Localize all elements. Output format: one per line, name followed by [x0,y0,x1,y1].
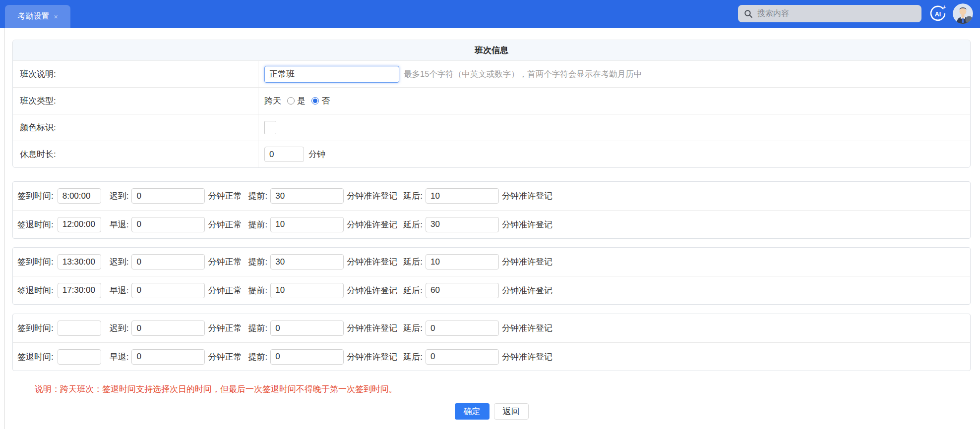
search-icon [744,9,753,18]
sign-out-time-input[interactable] [58,349,101,365]
after-allow-input[interactable] [426,188,499,204]
cross-day-no-label[interactable]: 否 [321,95,330,107]
after-allow-input[interactable] [426,349,499,365]
late-minutes-input[interactable] [131,188,205,204]
sign-out-row: 签退时间: 早退: 分钟正常 提前: 分钟准许登记 延后: 分钟准许登记 [13,342,970,371]
search-placeholder: 搜索内容 [757,8,789,19]
early-allow-input[interactable] [270,188,344,204]
minutes-normal-text: 分钟正常 [208,322,242,334]
minutes-allowed-text: 分钟准许登记 [502,351,552,363]
sign-out-time-label: 签退时间: [17,219,54,230]
shift-type-label: 班次类型: [13,88,258,114]
late-minutes-input[interactable] [131,321,205,336]
sign-in-time-input[interactable] [58,321,101,336]
sign-in-time-input[interactable] [58,188,101,204]
minutes-allowed-text: 分钟准许登记 [502,285,552,296]
rest-duration-unit: 分钟 [308,149,325,160]
sign-in-time-input[interactable] [58,254,101,269]
svg-text:+: + [943,4,946,10]
shift-description-hint: 最多15个字符（中英文或数字），首两个字符会显示在考勤月历中 [404,69,642,80]
early-allow-input[interactable] [270,254,344,269]
after-allow-input[interactable] [426,217,499,232]
color-mark-label: 颜色标识: [13,114,258,141]
sign-out-time-input[interactable] [58,217,101,232]
late-minutes-input[interactable] [131,254,205,269]
cross-day-no-radio[interactable] [311,97,319,105]
sign-out-time-input[interactable] [58,283,101,298]
early-allow-label: 提前: [248,190,267,202]
after-allow-label: 延后: [403,219,423,230]
sign-out-time-label: 签退时间: [17,285,54,296]
leave-early-minutes-input[interactable] [131,217,205,232]
cross-day-note: 说明：跨天班次：签退时间支持选择次日的时间，但最后一次签退时间不得晚于第一次签到… [35,383,971,395]
rest-duration-row: 休息时长: 分钟 [13,141,970,167]
minutes-allowed-text: 分钟准许登记 [347,190,397,202]
early-allow-label: 提前: [248,219,267,230]
sign-out-time-label: 签退时间: [17,351,54,363]
early-allow-input[interactable] [270,349,344,365]
rest-duration-label: 休息时长: [13,141,258,167]
rest-duration-input[interactable] [264,147,304,162]
leave-early-label: 早退: [110,351,129,363]
time-period-group-3: 签到时间: 迟到: 分钟正常 提前: 分钟准许登记 延后: 分钟准许登记 签退时… [12,314,971,371]
after-allow-label: 延后: [403,322,423,334]
early-allow-label: 提前: [248,256,267,268]
sign-out-row: 签退时间: 早退: 分钟正常 提前: 分钟准许登记 延后: 分钟准许登记 [13,276,970,304]
topbar-right-tools: 搜索内容 AI + [738,3,973,24]
minutes-allowed-text: 分钟准许登记 [502,190,552,202]
sign-in-row: 签到时间: 迟到: 分钟正常 提前: 分钟准许登记 延后: 分钟准许登记 [13,182,970,210]
ai-icon: AI + [928,4,947,23]
late-label: 迟到: [110,190,129,202]
tab-attendance-settings[interactable]: 考勤设置 × [5,5,70,28]
leave-early-minutes-input[interactable] [131,283,205,298]
form-actions: 确定 返回 [12,403,971,420]
color-picker-swatch[interactable] [264,121,276,134]
minutes-allowed-text: 分钟准许登记 [502,256,552,268]
shift-description-input[interactable] [264,66,399,83]
late-label: 迟到: [110,322,129,334]
minutes-allowed-text: 分钟准许登记 [347,256,397,268]
minutes-allowed-text: 分钟准许登记 [502,322,552,334]
after-allow-label: 延后: [403,351,423,363]
late-label: 迟到: [110,256,129,268]
after-allow-input[interactable] [426,321,499,336]
minutes-normal-text: 分钟正常 [208,351,242,363]
after-allow-input[interactable] [426,254,499,269]
early-allow-input[interactable] [270,283,344,298]
minutes-normal-text: 分钟正常 [208,219,242,230]
after-allow-label: 延后: [403,256,423,268]
cross-day-yes-label[interactable]: 是 [297,95,306,107]
cross-day-label: 跨天 [264,95,281,107]
avatar-image [953,3,973,24]
tab-close-icon[interactable]: × [54,13,58,20]
shift-type-row: 班次类型: 跨天 是 否 [13,87,970,114]
user-avatar[interactable] [953,3,973,24]
shift-description-row: 班次说明: 最多15个字符（中英文或数字），首两个字符会显示在考勤月历中 [13,60,970,87]
color-mark-row: 颜色标识: [13,114,970,141]
cross-day-yes-radio[interactable] [287,97,295,105]
minutes-normal-text: 分钟正常 [208,190,242,202]
minutes-normal-text: 分钟正常 [208,285,242,296]
search-input[interactable]: 搜索内容 [738,5,921,22]
back-button[interactable]: 返回 [494,403,529,420]
minutes-allowed-text: 分钟准许登记 [347,322,397,334]
early-allow-label: 提前: [248,351,267,363]
early-allow-label: 提前: [248,285,267,296]
shift-description-label: 班次说明: [13,61,258,87]
early-allow-input[interactable] [270,217,344,232]
leave-early-minutes-input[interactable] [131,349,205,365]
sign-out-row: 签退时间: 早退: 分钟正常 提前: 分钟准许登记 延后: 分钟准许登记 [13,210,970,238]
minutes-normal-text: 分钟正常 [208,256,242,268]
after-allow-label: 延后: [403,285,423,296]
early-allow-label: 提前: [248,322,267,334]
after-allow-input[interactable] [426,283,499,298]
sign-in-time-label: 签到时间: [17,256,54,268]
time-period-group-2: 签到时间: 迟到: 分钟正常 提前: 分钟准许登记 延后: 分钟准许登记 签退时… [12,247,971,305]
confirm-button[interactable]: 确定 [455,403,490,420]
sign-in-row: 签到时间: 迟到: 分钟正常 提前: 分钟准许登记 延后: 分钟准许登记 [13,314,970,342]
leave-early-label: 早退: [110,285,129,296]
ai-assistant-button[interactable]: AI + [928,4,947,23]
early-allow-input[interactable] [270,321,344,336]
shift-info-header: 班次信息 [13,40,970,60]
time-period-group-1: 签到时间: 迟到: 分钟正常 提前: 分钟准许登记 延后: 分钟准许登记 签退时… [12,181,971,239]
